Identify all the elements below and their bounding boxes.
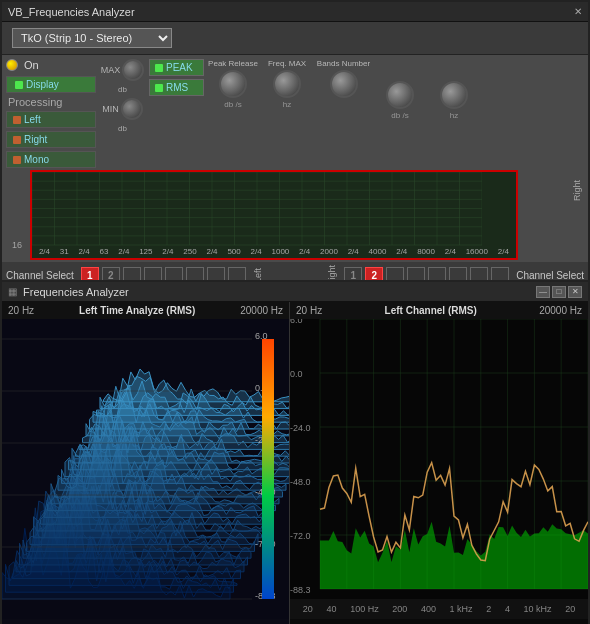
freq-min: 20 Hz bbox=[296, 305, 322, 316]
3d-title: Left Time Analyze (RMS) bbox=[79, 305, 195, 316]
freq-max-sub: hz bbox=[283, 100, 291, 109]
freq-canvas bbox=[290, 319, 588, 599]
freq-viz-panel: 20 Hz Left Channel (RMS) 20000 Hz 20 40 … bbox=[290, 302, 588, 624]
right-vert-label: Right bbox=[572, 180, 582, 201]
min-label: MIN bbox=[102, 104, 119, 114]
display-led bbox=[15, 81, 23, 89]
right-label: Right bbox=[24, 134, 47, 145]
freq-axis-labels: 20 40 100 Hz 200 400 1 kHz 2 4 10 kHz 20 bbox=[290, 599, 588, 619]
max-knob[interactable] bbox=[122, 59, 144, 81]
peak-release-knob[interactable] bbox=[219, 70, 247, 98]
freq-min-knob[interactable] bbox=[440, 81, 468, 109]
bottom-title: Frequencies Analyzer bbox=[23, 286, 129, 298]
right-channel-button[interactable]: Right bbox=[6, 131, 96, 148]
top-title: VB_Frequencies Analyzer bbox=[8, 6, 135, 18]
close-button[interactable]: ✕ bbox=[568, 286, 582, 298]
freq-max-label: Freq. MAX bbox=[268, 59, 306, 68]
3d-viz-panel: 20 Hz Left Time Analyze (RMS) 20000 Hz bbox=[2, 302, 290, 624]
freq-title: Left Channel (RMS) bbox=[385, 305, 477, 316]
bottom-title-bar: ▦ Frequencies Analyzer — □ ✕ bbox=[2, 282, 588, 302]
display-label: Display bbox=[26, 79, 59, 90]
min-knob[interactable] bbox=[121, 98, 143, 120]
maximize-button[interactable]: □ bbox=[552, 286, 566, 298]
top-title-bar: VB_Frequencies Analyzer ✕ bbox=[2, 2, 588, 22]
ra-release-sub: db /s bbox=[391, 111, 408, 120]
on-row: On bbox=[6, 59, 96, 71]
3d-viz-header: 20 Hz Left Time Analyze (RMS) 20000 Hz bbox=[2, 302, 289, 319]
db-label-min: db bbox=[118, 124, 127, 133]
db-label-max: db bbox=[118, 85, 127, 94]
left-led bbox=[13, 116, 21, 124]
rms-label: RMS bbox=[166, 82, 188, 93]
ra-release-knob[interactable] bbox=[386, 81, 414, 109]
mono-label: Mono bbox=[24, 154, 49, 165]
bands-knob[interactable] bbox=[330, 70, 358, 98]
freq-viz-header: 20 Hz Left Channel (RMS) 20000 Hz bbox=[290, 302, 588, 319]
bottom-title-icons: — □ ✕ bbox=[536, 286, 582, 298]
rms-button[interactable]: RMS bbox=[149, 79, 204, 96]
mono-channel-button[interactable]: Mono bbox=[6, 151, 96, 168]
top-panel: VB_Frequencies Analyzer ✕ TkO (Strip 10 … bbox=[0, 0, 590, 280]
freq-labels: 2/4 31 2/4 63 2/4 125 2/4 250 2/4 500 2/… bbox=[32, 247, 516, 256]
peak-release-sub: db /s bbox=[224, 100, 241, 109]
freq-min-sub: hz bbox=[450, 111, 458, 120]
left-label: Left bbox=[24, 114, 41, 125]
db16-label: 16 bbox=[6, 240, 24, 260]
right-led bbox=[13, 136, 21, 144]
peak-release-label: Peak Release bbox=[208, 59, 258, 68]
top-close-btn[interactable]: ✕ bbox=[574, 6, 582, 17]
peak-button[interactable]: PEAK bbox=[149, 59, 204, 76]
bottom-panel: ▦ Frequencies Analyzer — □ ✕ 20 Hz Left … bbox=[0, 280, 590, 624]
peak-label: PEAK bbox=[166, 62, 193, 73]
rms-led bbox=[155, 84, 163, 92]
bands-label: Bands Number bbox=[317, 59, 370, 68]
3d-canvas bbox=[2, 319, 290, 619]
max-label: MAX bbox=[101, 65, 121, 75]
3d-freq-max: 20000 Hz bbox=[240, 305, 283, 316]
bottom-content: 20 Hz Left Time Analyze (RMS) 20000 Hz 2… bbox=[2, 302, 588, 624]
on-led bbox=[6, 59, 18, 71]
peak-led bbox=[155, 64, 163, 72]
freq-max-knob[interactable] bbox=[273, 70, 301, 98]
3d-freq-min: 20 Hz bbox=[8, 305, 34, 316]
processing-label: Processing bbox=[8, 96, 96, 108]
freq-max: 20000 Hz bbox=[539, 305, 582, 316]
on-label: On bbox=[24, 59, 39, 71]
left-channel-button[interactable]: Left bbox=[6, 111, 96, 128]
display-button[interactable]: Display bbox=[6, 76, 96, 93]
strip-selector[interactable]: TkO (Strip 10 - Stereo) bbox=[12, 28, 172, 48]
mono-led bbox=[13, 156, 21, 164]
minimize-button[interactable]: — bbox=[536, 286, 550, 298]
spectrum-display: 2/4 31 2/4 63 2/4 125 2/4 250 2/4 500 2/… bbox=[30, 170, 518, 260]
